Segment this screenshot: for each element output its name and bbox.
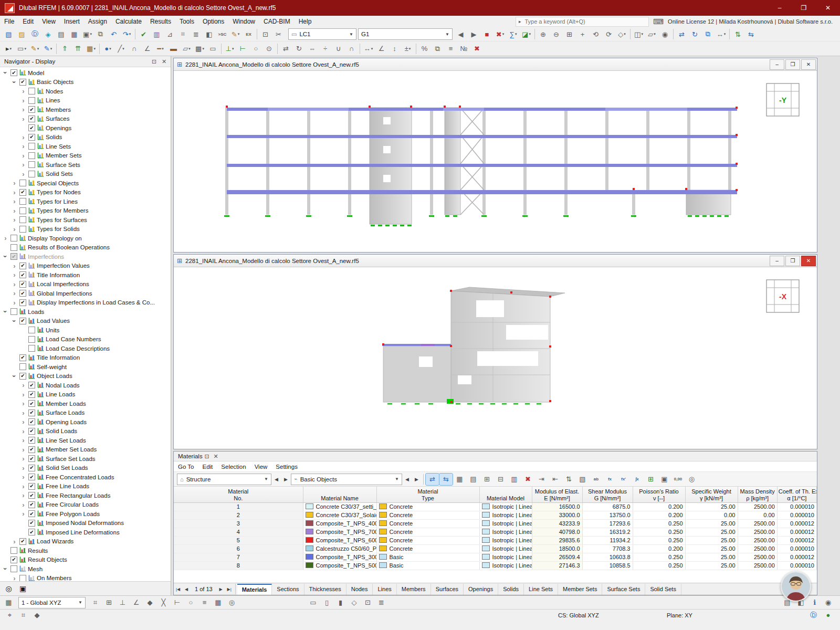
tree-checkbox[interactable] — [28, 171, 35, 177]
render-display[interactable]: ◧ — [203, 28, 216, 40]
tree-item[interactable]: Results — [0, 546, 171, 555]
tree-item[interactable]: Mesh — [0, 564, 171, 574]
formula-integral[interactable]: ∫x — [631, 474, 644, 485]
delete-objects[interactable]: ✖ — [470, 43, 484, 55]
save-model[interactable]: ▦ — [68, 28, 81, 40]
tree-checkbox[interactable] — [19, 207, 26, 214]
menu-item[interactable]: Options — [198, 16, 228, 27]
tree-item[interactable]: Special Objects — [0, 178, 171, 188]
new-solid[interactable]: ▩▾ — [193, 43, 206, 55]
previous-view[interactable]: ⟲ — [589, 28, 602, 40]
tree-checkbox[interactable] — [28, 143, 35, 150]
tree-checkbox[interactable] — [28, 455, 35, 462]
snap-tangent[interactable]: ○ — [184, 597, 197, 608]
new-model[interactable]: ▧ — [2, 28, 15, 40]
tree-item[interactable]: Imperfection Values — [0, 261, 171, 271]
move-copy[interactable]: ⇄ — [675, 28, 688, 40]
structure-combo[interactable]: ⌂ Structure ▼ — [177, 474, 271, 485]
formula-fx-edit[interactable]: fx' — [617, 474, 630, 485]
expand-arrow-icon[interactable] — [20, 152, 27, 160]
expand-arrow-icon[interactable] — [20, 501, 27, 509]
expand-arrow-icon[interactable] — [20, 391, 27, 398]
grid-toggle[interactable]: ⌗ — [17, 610, 30, 621]
zoom-out[interactable]: ⊖ — [550, 28, 563, 40]
edit-rotate[interactable]: ↻ — [292, 43, 306, 55]
menu-item[interactable]: File — [0, 16, 18, 27]
view-xy[interactable]: ▭ — [307, 597, 320, 608]
tree-item[interactable]: Imposed Nodal Deformations — [0, 519, 171, 528]
percent-scale[interactable]: % — [418, 43, 431, 55]
dlubal-online-center[interactable]: Ⓓ — [28, 28, 41, 40]
material-row[interactable]: 8 Composite_T_NPS_500x500 Basic Isotropi… — [174, 561, 817, 570]
generate-structure[interactable]: ⇑ — [58, 43, 71, 55]
copy-graphic[interactable]: ⧉ — [94, 28, 107, 40]
tree-checkbox[interactable] — [19, 575, 26, 581]
user-defined-visibility[interactable]: ◉ — [658, 28, 671, 40]
prev-table-button[interactable]: ◀ — [272, 474, 281, 485]
expand-arrow-icon[interactable] — [11, 216, 18, 224]
material-row[interactable]: 7 Composite_T_NPS_300x500 Basic Isotropi… — [174, 553, 817, 561]
coordinate-system-combo[interactable]: 1 - Global XYZ ▼ — [18, 597, 86, 608]
decimal-places[interactable]: 0,00 — [671, 474, 685, 485]
tree-checkbox[interactable] — [19, 180, 26, 186]
line-hinge[interactable]: ⊙ — [262, 43, 276, 55]
menu-item[interactable]: Help — [295, 16, 316, 27]
materials-column-header[interactable]: Modulus of Elast. E [N/mm²] — [532, 487, 582, 502]
tree-checkbox[interactable] — [10, 565, 17, 572]
material-row[interactable]: 6 Calcestruzzo C50/60_Pilastri_Fes.50% C… — [174, 544, 817, 553]
viewport1-restore-button[interactable]: ❐ — [785, 59, 800, 70]
table-layout[interactable]: ▥ — [150, 28, 163, 40]
tree-item[interactable]: Line Set Loads — [0, 436, 171, 445]
tree-item[interactable]: Title Information — [0, 353, 171, 363]
tree-item[interactable]: Object Loads — [0, 372, 171, 381]
tree-item[interactable]: Global Imperfections — [0, 289, 171, 298]
expand-arrow-icon[interactable] — [11, 197, 18, 205]
tree-item[interactable]: Opening Loads — [0, 417, 171, 427]
tree-item[interactable]: Free Polygon Loads — [0, 509, 171, 519]
block-library[interactable]: ▦▾ — [85, 43, 98, 55]
zoom-window[interactable]: ⊞ — [563, 28, 576, 40]
tree-item[interactable]: Display Imperfections in Load Cases & Co… — [0, 298, 171, 308]
print-table[interactable]: ▤ — [467, 474, 480, 485]
view-xz[interactable]: ▯ — [320, 597, 333, 608]
model-check[interactable]: ✔ — [137, 28, 150, 40]
expand-arrow-icon[interactable] — [11, 280, 18, 288]
expand-arrow-icon[interactable] — [20, 170, 27, 178]
cl_clipping[interactable]: ✂ — [272, 28, 285, 40]
user-avatar[interactable] — [781, 571, 811, 602]
loading-next[interactable]: ▶ — [467, 28, 480, 40]
tree-checkbox[interactable] — [28, 124, 35, 131]
expand-arrow-icon[interactable] — [20, 133, 27, 141]
manage-panels[interactable]: ▤ — [55, 28, 68, 40]
edit-mirror[interactable]: ⇔ — [306, 43, 319, 55]
delete-row[interactable]: ✖ — [521, 474, 534, 485]
snap-angle[interactable]: ∠ — [130, 597, 143, 608]
tree-item[interactable]: Surface Loads — [0, 408, 171, 418]
table-tab[interactable]: Surface Sets — [602, 584, 645, 595]
tree-checkbox[interactable] — [10, 253, 17, 260]
viewport2-canvas[interactable]: -X — [174, 267, 816, 448]
tree-checkbox[interactable] — [28, 336, 35, 343]
expand-arrow-icon[interactable] — [2, 308, 9, 316]
add-row[interactable]: ⊞ — [480, 474, 494, 485]
tree-checkbox[interactable] — [28, 446, 35, 453]
materials-column-header[interactable]: Poisson's Ratio ν [--] — [633, 487, 685, 502]
tree-checkbox[interactable] — [28, 400, 35, 407]
tree-item[interactable]: Units — [0, 326, 171, 335]
cartesian-input[interactable]: ▦ — [212, 597, 225, 608]
notifications[interactable]: ◉ — [822, 597, 835, 608]
table-tab[interactable]: Openings — [464, 584, 498, 595]
viewport2-titlebar[interactable]: ⊞ 2281_INAIL Ancona_Modello di calcolo S… — [174, 255, 817, 267]
search-table[interactable]: ◎ — [685, 474, 698, 485]
tree-checkbox[interactable] — [19, 226, 26, 233]
angle-dimension[interactable]: ∠ — [375, 43, 388, 55]
close-navigator[interactable]: ✕ — [160, 57, 169, 66]
tree-item[interactable]: Load Wizards — [0, 537, 171, 547]
nodal-support[interactable]: ⊥▾ — [223, 43, 236, 55]
tree-item[interactable]: Line Loads — [0, 390, 171, 400]
section-plane[interactable]: ⊡ — [259, 28, 272, 40]
tree-checkbox[interactable] — [28, 152, 35, 159]
tree-checkbox[interactable] — [28, 116, 35, 122]
table-tab[interactable]: Thicknesses — [304, 584, 346, 595]
tree-checkbox[interactable] — [10, 556, 17, 563]
